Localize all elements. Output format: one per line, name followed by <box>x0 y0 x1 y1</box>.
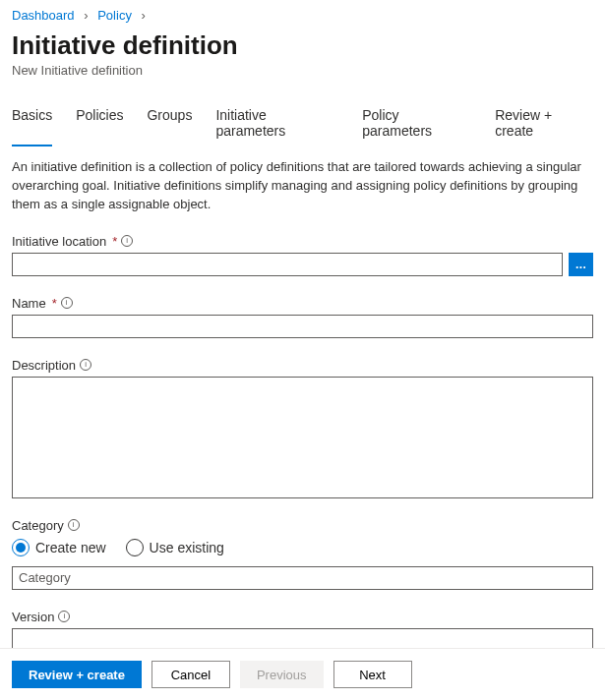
info-icon[interactable]: i <box>68 519 80 531</box>
info-icon[interactable]: i <box>121 235 133 247</box>
name-label: Name * i <box>12 296 593 311</box>
page-title: Initiative definition <box>12 30 593 61</box>
cancel-button[interactable]: Cancel <box>151 661 230 688</box>
breadcrumb-link-dashboard[interactable]: Dashboard <box>12 8 75 23</box>
location-label: Initiative location * i <box>12 234 593 249</box>
location-input[interactable] <box>12 253 563 276</box>
chevron-right-icon: › <box>84 8 88 23</box>
radio-label: Create new <box>35 540 106 555</box>
radio-create-new[interactable]: Create new <box>12 539 106 556</box>
tab-groups[interactable]: Groups <box>147 107 192 146</box>
next-button[interactable]: Next <box>333 661 412 688</box>
required-asterisk: * <box>112 234 117 249</box>
info-icon[interactable]: i <box>58 611 70 622</box>
chevron-right-icon: › <box>142 8 146 23</box>
category-label: Category i <box>12 518 593 533</box>
info-icon[interactable]: i <box>80 359 91 371</box>
tab-review-create[interactable]: Review + create <box>495 107 593 146</box>
name-input[interactable] <box>12 315 593 338</box>
radio-label: Use existing <box>150 540 224 555</box>
breadcrumb-link-policy[interactable]: Policy <box>97 8 132 23</box>
version-label: Version i <box>12 610 593 624</box>
tab-basics[interactable]: Basics <box>12 107 52 146</box>
category-radio-group: Create new Use existing <box>12 539 593 556</box>
radio-use-existing[interactable]: Use existing <box>126 539 224 556</box>
review-create-button[interactable]: Review + create <box>12 661 142 688</box>
tab-policies[interactable]: Policies <box>76 107 123 146</box>
tab-policy-parameters[interactable]: Policy parameters <box>362 107 471 146</box>
location-picker-button[interactable]: ... <box>569 253 593 276</box>
tab-list: Basics Policies Groups Initiative parame… <box>12 107 593 146</box>
info-icon[interactable]: i <box>61 297 73 309</box>
previous-button[interactable]: Previous <box>240 661 324 688</box>
description-label: Description i <box>12 358 593 373</box>
page-subtitle: New Initiative definition <box>12 63 593 78</box>
required-asterisk: * <box>52 296 57 311</box>
tab-initiative-parameters[interactable]: Initiative parameters <box>215 107 338 146</box>
radio-icon <box>126 539 144 556</box>
footer-bar: Review + create Cancel Previous Next <box>0 648 605 700</box>
breadcrumb: Dashboard › Policy › <box>12 4 593 29</box>
description-textarea[interactable] <box>12 377 593 498</box>
radio-icon <box>12 539 30 556</box>
category-input[interactable] <box>12 566 593 590</box>
tab-description-text: An initiative definition is a collection… <box>12 158 590 214</box>
